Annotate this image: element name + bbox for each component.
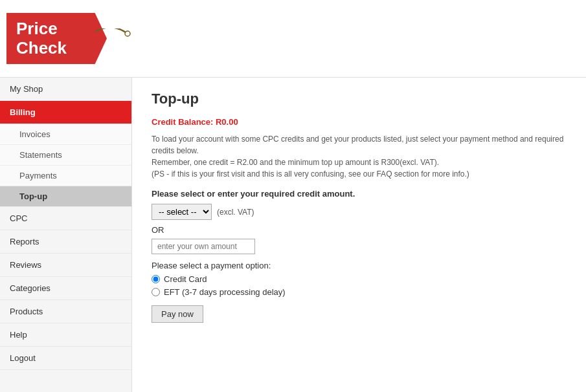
sidebar-item-statements[interactable]: Statements (0, 145, 131, 166)
sidebar-item-invoices[interactable]: Invoices (0, 124, 131, 145)
sidebar-item-payments[interactable]: Payments (0, 166, 131, 186)
logo-body: PriceCheck (6, 13, 107, 65)
header: PriceCheck (0, 0, 586, 78)
layout: My Shop Billing Invoices Statements Paym… (0, 78, 586, 392)
select-label: Please select or enter your required cre… (152, 189, 567, 199)
amount-input[interactable] (152, 239, 255, 254)
page-title: Top-up (152, 91, 567, 107)
logo-text: PriceCheck (16, 19, 67, 58)
excl-vat-label: (excl. VAT) (217, 208, 254, 217)
sidebar-item-billing[interactable]: Billing (0, 101, 131, 124)
eft-label[interactable]: EFT (3-7 days processing delay) (164, 287, 286, 297)
sidebar-item-reviews[interactable]: Reviews (0, 254, 131, 277)
credit-card-radio[interactable] (152, 275, 160, 283)
svg-point-0 (125, 31, 130, 36)
credit-balance: Credit Balance: R0.00 (152, 117, 567, 127)
eft-option: EFT (3-7 days processing delay) (152, 287, 567, 297)
info-text: To load your account with some CPC credi… (152, 133, 567, 180)
logo-string (95, 28, 134, 48)
sidebar-item-help[interactable]: Help (0, 323, 131, 347)
select-row: -- select -- (excl. VAT) (152, 204, 567, 220)
info-line3: (PS - if this is your first visit and th… (152, 169, 469, 179)
payment-option-label: Please select a payment option: (152, 261, 567, 270)
credit-card-option: Credit Card (152, 274, 567, 284)
credit-card-label[interactable]: Credit Card (164, 274, 207, 284)
main-content: Top-up Credit Balance: R0.00 To load you… (132, 78, 586, 392)
sidebar-item-my-shop[interactable]: My Shop (0, 78, 131, 101)
pay-button-row: Pay now (152, 300, 567, 323)
sidebar-item-logout[interactable]: Logout (0, 347, 131, 370)
sidebar-item-categories[interactable]: Categories (0, 277, 131, 300)
eft-radio[interactable] (152, 288, 160, 296)
sidebar: My Shop Billing Invoices Statements Paym… (0, 78, 132, 392)
info-line2: Remember, one credit = R2.00 and the min… (152, 158, 439, 167)
sidebar-item-products[interactable]: Products (0, 300, 131, 323)
sidebar-item-reports[interactable]: Reports (0, 230, 131, 254)
sidebar-item-top-up[interactable]: Top-up (0, 186, 131, 207)
sidebar-item-cpc[interactable]: CPC (0, 207, 131, 230)
amount-input-row (152, 239, 567, 254)
credit-amount-select[interactable]: -- select -- (152, 204, 212, 220)
logo: PriceCheck (6, 13, 107, 65)
info-line1: To load your account with some CPC credi… (152, 135, 563, 155)
pay-now-button[interactable]: Pay now (152, 305, 203, 323)
or-label: OR (152, 225, 567, 235)
